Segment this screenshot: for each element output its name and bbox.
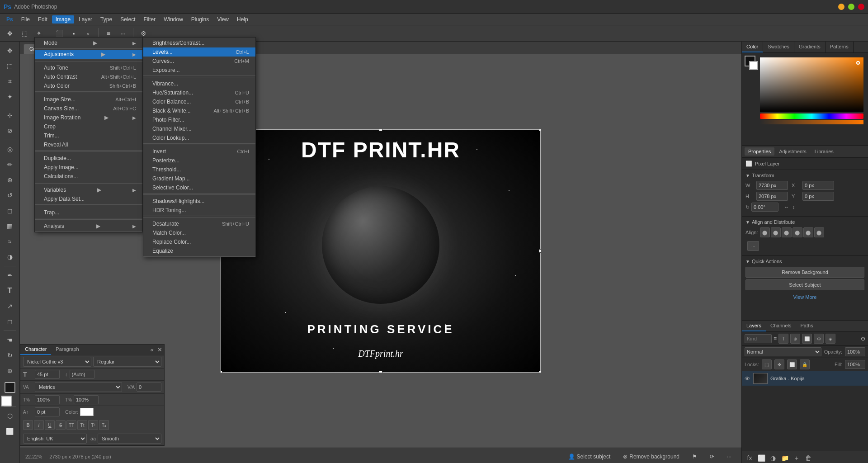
tab-properties[interactable]: Properties <box>745 147 774 156</box>
text-color-swatch[interactable] <box>80 408 94 416</box>
menu-threshold[interactable]: Threshold... <box>143 165 255 174</box>
magic-wand-btn[interactable]: ✦ <box>3 90 17 104</box>
select-subject-btn[interactable]: 👤 Select subject <box>564 452 615 462</box>
height-input[interactable] <box>756 192 788 201</box>
sel-handle-tr[interactable] <box>539 129 541 131</box>
lasso-btn[interactable]: ⌗ <box>3 74 17 89</box>
tab-color[interactable]: Color <box>742 42 763 52</box>
align-right-btn[interactable]: ⬤ <box>782 227 792 237</box>
eraser-btn[interactable]: ◻ <box>3 203 17 218</box>
menu-select[interactable]: Select <box>117 15 139 24</box>
menu-reveal-all[interactable]: Reveal All <box>35 140 142 149</box>
x-input[interactable] <box>802 181 834 190</box>
tab-layers[interactable]: Layers <box>742 321 766 331</box>
menu-invert[interactable]: Invert Ctrl+I <box>143 147 255 156</box>
caps-btn[interactable]: TT <box>66 420 76 430</box>
lock-pixels-btn[interactable]: ⬚ <box>762 359 772 369</box>
menu-desaturate[interactable]: Desaturate Shift+Ctrl+U <box>143 219 255 228</box>
tracking-input[interactable] <box>137 383 161 392</box>
background-color-btn[interactable] <box>1 396 12 406</box>
align-center-v-btn[interactable]: ⬤ <box>803 227 813 237</box>
menu-plugins[interactable]: Plugins <box>188 15 212 24</box>
menu-calculations[interactable]: Calculations... <box>35 172 142 181</box>
menu-variables[interactable]: Variables ▶ <box>35 185 142 194</box>
menu-color-balance[interactable]: Color Balance... Ctrl+B <box>143 97 255 106</box>
menu-vibrance[interactable]: Vibrance... <box>143 79 255 88</box>
menu-image[interactable]: Image <box>52 15 74 24</box>
menu-file[interactable]: File <box>18 15 33 24</box>
view-more-link[interactable]: View More <box>793 294 817 300</box>
layer-row-main[interactable]: 👁 Grafika - Kopija <box>742 371 868 386</box>
tab-character[interactable]: Character <box>20 345 51 355</box>
smallcaps-btn[interactable]: Tt <box>77 420 87 430</box>
add-layer-style-btn[interactable]: fx <box>745 453 755 463</box>
smart-filter-btn[interactable]: ⚙ <box>814 334 824 344</box>
tab-libraries[interactable]: Libraries <box>811 147 837 156</box>
menu-canvas-size[interactable]: Canvas Size... Alt+Ctrl+C <box>35 104 142 113</box>
blend-mode-select[interactable]: Normal Multiply Screen <box>745 347 821 356</box>
italic-btn[interactable]: I <box>34 420 44 430</box>
menu-gradient-map[interactable]: Gradient Map... <box>143 174 255 183</box>
angle-input[interactable] <box>751 203 778 212</box>
add-mask-btn[interactable]: ⬜ <box>756 453 766 463</box>
align-top-btn[interactable]: ⬤ <box>793 227 802 237</box>
type-btn[interactable]: T <box>3 283 17 298</box>
fill-input[interactable] <box>845 360 865 369</box>
y-input[interactable] <box>802 192 834 201</box>
superscript-btn[interactable]: T² <box>88 420 98 430</box>
menu-auto-color[interactable]: Auto Color Shift+Ctrl+B <box>35 81 142 90</box>
eyedropper-btn[interactable]: ⊘ <box>3 123 17 138</box>
path-select-btn[interactable]: ↗ <box>3 299 17 313</box>
sel-handle-tc[interactable] <box>379 129 382 131</box>
font-style-select[interactable]: Regular <box>93 357 161 367</box>
align-bottom-btn[interactable]: ⬤ <box>814 227 824 237</box>
menu-curves[interactable]: Curves... Ctrl+M <box>143 57 255 66</box>
rotate-view-btn[interactable]: ↻ <box>3 348 17 363</box>
menu-layer[interactable]: Layer <box>75 15 96 24</box>
dodge-btn[interactable]: ◑ <box>3 250 17 264</box>
select-tool[interactable]: ⬚ <box>18 27 31 40</box>
sel-handle-br[interactable] <box>539 371 541 373</box>
lock-move-btn[interactable]: ✥ <box>774 359 784 369</box>
remove-background-btn[interactable]: ⊗ Remove background <box>618 452 684 462</box>
move-tool-btn[interactable]: ✥ <box>3 43 17 58</box>
menu-brightness-contrast[interactable]: Brightness/Contrast... <box>143 38 255 47</box>
menu-image-rotation[interactable]: Image Rotation ▶ <box>35 113 142 122</box>
close-button[interactable] <box>858 4 864 10</box>
crop-tool-btn[interactable]: ⊹ <box>3 108 17 123</box>
gradient-btn[interactable]: ▦ <box>3 219 17 233</box>
tab-gradients[interactable]: Gradients <box>794 42 826 52</box>
menu-exposure[interactable]: Exposure... <box>143 66 255 75</box>
brush-btn[interactable]: ✏ <box>3 157 17 172</box>
menu-filter[interactable]: Filter <box>140 15 159 24</box>
quick-mask-btn[interactable]: ⬡ <box>3 409 17 423</box>
menu-auto-contrast[interactable]: Auto Contrast Alt+Shift+Ctrl+L <box>35 72 142 81</box>
menu-adjustments[interactable]: Adjustments ▶ <box>35 50 142 59</box>
kerning-select[interactable]: Metrics Optical <box>35 382 122 392</box>
quick-actions-header[interactable]: ▼ Quick Actions <box>745 259 864 264</box>
align-header[interactable]: ▼ Align and Distribute <box>745 219 864 225</box>
new-layer-btn[interactable]: + <box>792 453 802 463</box>
tab-paths[interactable]: Paths <box>796 321 818 331</box>
font-size-input[interactable] <box>35 370 60 379</box>
pen-btn[interactable]: ✒ <box>3 268 17 283</box>
menu-type[interactable]: Type <box>97 15 116 24</box>
rectangular-marquee-btn[interactable]: ⬚ <box>3 59 17 73</box>
menu-posterize[interactable]: Posterize... <box>143 156 255 165</box>
menu-trim[interactable]: Trim... <box>35 131 142 140</box>
canvas-extra-btn1[interactable]: ⚑ <box>688 452 702 462</box>
tab-paragraph[interactable]: Paragraph <box>51 345 83 355</box>
menu-crop[interactable]: Crop <box>35 122 142 131</box>
clone-stamp-btn[interactable]: ⊕ <box>3 173 17 187</box>
img-filter-btn[interactable]: ⬜ <box>802 334 812 344</box>
language-select[interactable]: English: UK English: US <box>23 434 87 444</box>
tab-patterns[interactable]: Patterns <box>826 42 854 52</box>
menu-equalize[interactable]: Equalize <box>143 246 255 255</box>
type-filter-btn[interactable]: T <box>778 334 788 344</box>
menu-help[interactable]: Help <box>233 15 252 24</box>
lock-all-btn[interactable]: 🔒 <box>800 359 810 369</box>
v-scale-input[interactable] <box>74 395 99 404</box>
opacity-input[interactable] <box>845 347 865 356</box>
menu-replace-color[interactable]: Replace Color... <box>143 237 255 246</box>
menu-ps[interactable]: Ps <box>3 15 17 24</box>
